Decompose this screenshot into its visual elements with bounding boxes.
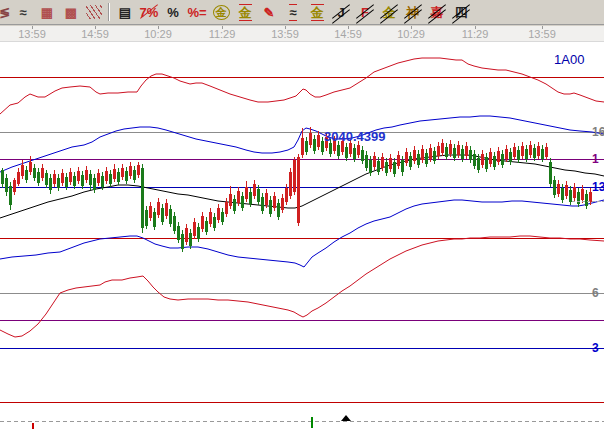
zigzag-icon[interactable]: ≈ [12, 2, 34, 22]
axis-price-label: 3 [592, 341, 599, 355]
tool-jia-icon[interactable]: 嘉 [426, 2, 448, 22]
tool-gold2-icon-glyph: 金 [383, 6, 396, 19]
time-label: 13:59 [528, 28, 556, 40]
gold-circle-icon-glyph: 金 [213, 5, 230, 20]
gold-lines-icon[interactable]: 金 [234, 2, 256, 22]
tool-shen-icon[interactable]: 神 [402, 2, 424, 22]
lower-blue-band-line [0, 200, 604, 267]
tool-f-icon-glyph: F [361, 6, 369, 19]
time-label: 10:29 [144, 28, 172, 40]
grid-arrow-icon[interactable]: ▩ [60, 2, 82, 22]
wave-band-icon-glyph: ≈ [289, 4, 296, 21]
tool-f-icon[interactable]: F [354, 2, 376, 22]
time-label: 14:59 [334, 28, 362, 40]
diagonal-lines-icon[interactable] [86, 5, 102, 19]
time-label: 13:59 [18, 28, 46, 40]
tool-si-icon[interactable]: 四 [450, 2, 472, 22]
upper-red-band-line [0, 58, 604, 114]
percent-icon-glyph: % [167, 6, 179, 19]
brush-icon-glyph: ✎ [264, 6, 275, 19]
time-label: 11:29 [462, 28, 489, 40]
tool-jia-icon-glyph: 嘉 [431, 6, 444, 19]
percent-icon[interactable]: % [162, 2, 184, 22]
volume-bars-icon[interactable]: ▤ [114, 2, 136, 22]
triangle-marker [341, 415, 351, 421]
gold-circle-icon[interactable]: 金 [210, 2, 232, 22]
time-label: 14:59 [81, 28, 109, 40]
partial-trend-icon-glyph: ≶ [0, 6, 10, 19]
grid-arrow-icon-glyph: ▩ [65, 6, 77, 19]
percent-lines-icon[interactable]: %= [186, 2, 208, 22]
app-window: ≶≈▦▩▤7%%%=金金✎≈金JF金神嘉四 13:5914:5910:2911:… [0, 0, 604, 429]
tool-si-icon-glyph: 四 [455, 6, 468, 19]
time-label: 13:59 [271, 28, 299, 40]
time-axis: 13:5914:5910:2911:2913:5914:5910:2911:29… [0, 26, 604, 42]
wave-band-icon[interactable]: ≈ [282, 2, 304, 22]
tool-j-icon[interactable]: J [330, 2, 352, 22]
zigzag-icon-glyph: ≈ [19, 6, 26, 19]
gold-lines-icon-glyph: 金 [239, 4, 252, 21]
candlestick-chart[interactable] [0, 42, 604, 429]
percent-lines-icon-glyph: %= [187, 6, 206, 19]
axis-price-label: 6 [592, 286, 599, 300]
axis-price-label: 13 [592, 180, 604, 194]
toolbar-separator [108, 3, 110, 21]
brush-icon[interactable]: ✎ [258, 2, 280, 22]
toolbar: ≶≈▦▩▤7%%%=金金✎≈金JF金神嘉四 [0, 0, 604, 25]
volume-bars-icon-glyph: ▤ [119, 6, 131, 19]
candles [1, 127, 592, 252]
lower-red-band-line [0, 236, 604, 337]
time-label: 11:29 [209, 28, 236, 40]
time-label: 10:29 [397, 28, 425, 40]
percent7-icon[interactable]: 7% [138, 2, 160, 22]
tool-j-icon-glyph: J [337, 6, 344, 19]
axis-price-label: 1 [592, 152, 599, 166]
price-value-label: 3040.4399 [324, 129, 385, 144]
grid-icon[interactable]: ▦ [36, 2, 58, 22]
grid-icon-glyph: ▦ [41, 6, 53, 19]
instrument-code-label: 1A00 [554, 52, 584, 67]
gold-underline-icon[interactable]: 金 [306, 2, 328, 22]
axis-price-label: 16 [592, 125, 604, 139]
partial-trend-icon[interactable]: ≶ [0, 2, 10, 22]
tool-gold2-icon[interactable]: 金 [378, 2, 400, 22]
tool-shen-icon-glyph: 神 [407, 6, 420, 19]
percent7-icon-glyph: 7% [140, 6, 159, 19]
chart-pane[interactable]: 3040.4399 1A00 1611363 [0, 42, 604, 429]
gold-underline-icon-glyph: 金 [311, 4, 324, 21]
